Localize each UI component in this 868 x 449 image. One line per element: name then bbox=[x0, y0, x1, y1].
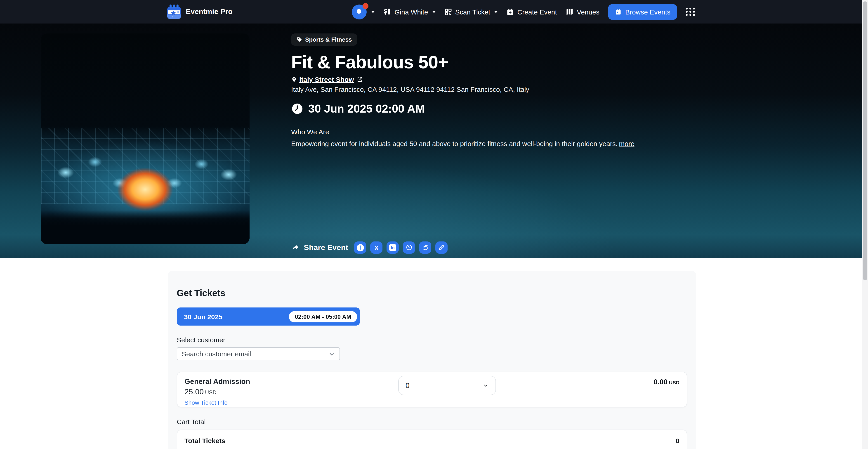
get-tickets-heading: Get Tickets bbox=[177, 271, 687, 298]
notification-badge bbox=[362, 3, 368, 9]
brand[interactable]: Eventmie Pro bbox=[166, 4, 232, 20]
total-orders-label: Total Orders bbox=[184, 448, 224, 449]
eventmie-logo-icon bbox=[166, 4, 182, 20]
share-arrow-icon bbox=[291, 244, 300, 251]
ticket-row: General Admission 25.00USD Show Ticket I… bbox=[177, 372, 687, 408]
user-signin-icon bbox=[383, 8, 391, 16]
scan-ticket-label: Scan Ticket bbox=[455, 8, 490, 16]
top-navbar: Eventmie Pro bbox=[0, 0, 862, 24]
x-twitter-icon: X bbox=[374, 244, 379, 251]
scan-ticket-menu[interactable]: Scan Ticket bbox=[444, 8, 498, 16]
browse-events-label: Browse Events bbox=[625, 8, 671, 16]
event-address: Italy Ave, San Francisco, CA 94112, USA … bbox=[291, 86, 644, 93]
share-facebook-button[interactable]: f bbox=[354, 241, 366, 254]
calendar-plus-icon bbox=[506, 8, 514, 16]
map-icon bbox=[565, 8, 574, 16]
create-event-label: Create Event bbox=[518, 8, 557, 16]
select-customer-label: Select customer bbox=[177, 336, 687, 343]
time-range-pill: 02:00 AM - 05:00 AM bbox=[289, 311, 358, 322]
venue-name: Italy Street Show bbox=[299, 76, 354, 83]
share-copy-link-button[interactable] bbox=[436, 241, 448, 254]
chevron-down-icon bbox=[494, 11, 498, 13]
share-x-button[interactable]: X bbox=[370, 241, 383, 254]
show-ticket-info-link[interactable]: Show Ticket Info bbox=[184, 399, 228, 406]
customer-search-placeholder: Search customer email bbox=[182, 350, 251, 358]
total-tickets-value: 0 bbox=[676, 437, 680, 445]
event-page: Eventmie Pro bbox=[0, 0, 868, 449]
qr-scan-icon bbox=[444, 8, 452, 16]
linkedin-icon: in bbox=[390, 244, 396, 251]
date-label: 30 Jun 2025 bbox=[184, 313, 222, 320]
browse-events-button[interactable]: Browse Events bbox=[608, 4, 677, 20]
share-reddit-button[interactable] bbox=[419, 241, 432, 254]
page-scrollbar bbox=[862, 0, 868, 449]
clock-icon bbox=[291, 102, 303, 115]
user-name: Gina White bbox=[395, 8, 428, 16]
event-datetime: 30 Jun 2025 02:00 AM bbox=[308, 102, 425, 115]
event-title: Fit & Fabulous 50+ bbox=[291, 52, 644, 72]
share-linkedin-button[interactable]: in bbox=[387, 241, 399, 254]
whatsapp-icon bbox=[405, 244, 413, 251]
apps-grid-icon[interactable] bbox=[686, 8, 695, 16]
reddit-icon bbox=[422, 244, 429, 251]
venues-label: Venues bbox=[577, 8, 599, 16]
venues-link[interactable]: Venues bbox=[565, 8, 599, 16]
about-heading: Who We Are bbox=[291, 128, 644, 136]
total-orders-value: 0.00USD bbox=[654, 448, 680, 449]
facebook-icon: f bbox=[357, 244, 364, 251]
more-link[interactable]: more bbox=[619, 140, 634, 147]
venue-link[interactable]: Italy Street Show bbox=[299, 76, 363, 83]
event-hero: Sports & Fitness Fit & Fabulous 50+ Ital… bbox=[0, 24, 862, 258]
chevron-down-icon bbox=[371, 11, 375, 13]
share-row: Share Event f X in bbox=[291, 241, 448, 254]
create-event-link[interactable]: Create Event bbox=[506, 8, 557, 16]
total-tickets-label: Total Tickets bbox=[184, 437, 225, 445]
total-tickets-row: Total Tickets 0 bbox=[184, 437, 680, 445]
category-badge[interactable]: Sports & Fitness bbox=[291, 33, 358, 46]
notifications-menu[interactable] bbox=[351, 4, 375, 19]
chevron-down-icon bbox=[329, 351, 335, 357]
share-whatsapp-button[interactable] bbox=[403, 241, 415, 254]
chevron-down-icon bbox=[432, 11, 436, 13]
cart-totals-card: Total Tickets 0 Total Orders 0.00USD bbox=[177, 429, 687, 449]
brand-name: Eventmie Pro bbox=[186, 8, 232, 16]
map-pin-icon bbox=[291, 76, 297, 83]
quantity-value: 0 bbox=[405, 381, 410, 390]
total-orders-row: Total Orders 0.00USD bbox=[184, 448, 680, 449]
event-cover-image bbox=[41, 33, 250, 244]
calendar-icon bbox=[615, 8, 622, 15]
customer-search-select[interactable]: Search customer email bbox=[177, 347, 340, 360]
chevron-down-icon bbox=[483, 383, 489, 388]
user-menu[interactable]: Gina White bbox=[383, 8, 436, 16]
line-total: 0.00USD bbox=[653, 378, 680, 386]
tag-icon bbox=[297, 37, 303, 42]
quantity-select[interactable]: 0 bbox=[398, 376, 496, 395]
link-icon bbox=[438, 244, 445, 251]
scrollbar-thumb[interactable] bbox=[863, 1, 867, 280]
category-label: Sports & Fitness bbox=[305, 36, 352, 43]
event-date-button[interactable]: 30 Jun 2025 02:00 AM - 05:00 AM bbox=[177, 307, 360, 326]
bell-icon[interactable] bbox=[351, 4, 366, 19]
share-label: Share Event bbox=[304, 243, 348, 252]
external-link-icon bbox=[357, 76, 363, 83]
about-description: Empowering event for individuals aged 50… bbox=[291, 140, 644, 147]
get-tickets-section: Get Tickets 30 Jun 2025 02:00 AM - 05:00… bbox=[168, 271, 696, 449]
cart-total-heading: Cart Total bbox=[177, 418, 687, 425]
